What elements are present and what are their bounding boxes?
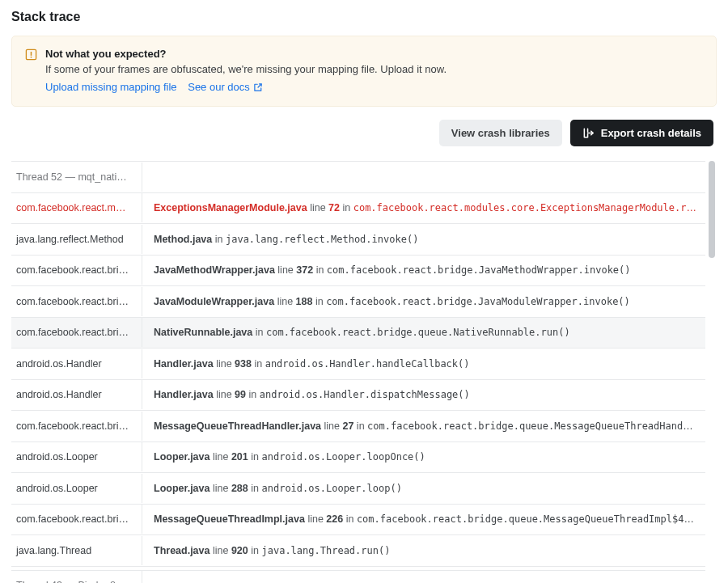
table-row[interactable]: com.facebook.react.bri…JavaModuleWrapper… bbox=[11, 286, 705, 318]
frame-package: Thread 43 — Binder:8… bbox=[11, 571, 142, 583]
svg-rect-2 bbox=[31, 57, 32, 58]
notice-desc: If some of your frames are obfuscated, w… bbox=[45, 63, 703, 75]
table-row[interactable]: Thread 52 — mqt_nati… bbox=[11, 162, 705, 193]
table-row[interactable]: java.lang.ThreadThread.java line 920 in … bbox=[11, 535, 705, 567]
frame-detail: Looper.java line 201 in android.os.Loope… bbox=[142, 442, 705, 471]
see-docs-link[interactable]: See our docs bbox=[188, 81, 263, 93]
frame-detail: JavaMethodWrapper.java line 372 in com.f… bbox=[142, 256, 705, 285]
actions-bar: View crash libraries Export crash detail… bbox=[11, 120, 717, 146]
view-crash-libraries-button[interactable]: View crash libraries bbox=[439, 120, 562, 146]
frame-detail: Method.java in java.lang.reflect.Method.… bbox=[142, 225, 705, 254]
scrollbar-thumb[interactable] bbox=[709, 161, 715, 258]
table-row[interactable]: com.facebook.react.bri…NativeRunnable.ja… bbox=[11, 318, 705, 349]
frame-package: com.facebook.react.bri… bbox=[11, 256, 142, 285]
view-crash-libraries-label: View crash libraries bbox=[451, 127, 550, 139]
external-link-icon bbox=[253, 82, 263, 92]
frame-detail: Handler.java line 938 in android.os.Hand… bbox=[142, 349, 705, 378]
table-row[interactable]: com.facebook.react.bri…JavaMethodWrapper… bbox=[11, 256, 705, 287]
frame-detail bbox=[142, 577, 705, 583]
frame-detail: MessageQueueThreadImpl.java line 226 in … bbox=[142, 505, 705, 534]
notice-banner: Not what you expected? If some of your f… bbox=[11, 36, 717, 107]
svg-rect-1 bbox=[31, 52, 32, 56]
frame-package: java.lang.Thread bbox=[11, 536, 142, 565]
frame-package: android.os.Handler bbox=[11, 349, 142, 378]
export-crash-details-button[interactable]: Export crash details bbox=[570, 120, 713, 146]
frame-detail: NativeRunnable.java in com.facebook.reac… bbox=[142, 318, 705, 347]
frame-package: android.os.Handler bbox=[11, 380, 142, 409]
frame-detail: JavaModuleWrapper.java line 188 in com.f… bbox=[142, 287, 705, 316]
table-row[interactable]: com.facebook.react.m…ExceptionsManagerMo… bbox=[11, 193, 705, 225]
export-crash-details-label: Export crash details bbox=[601, 127, 701, 139]
frame-package: java.lang.reflect.Method bbox=[11, 225, 142, 254]
frame-detail bbox=[142, 168, 705, 186]
frame-detail: ExceptionsManagerModule.java line 72 in … bbox=[142, 193, 705, 222]
table-row[interactable]: com.facebook.react.bri…MessageQueueThrea… bbox=[11, 411, 705, 442]
notice-title: Not what you expected? bbox=[45, 48, 703, 60]
frame-detail: Thread.java line 920 in java.lang.Thread… bbox=[142, 536, 705, 565]
table-row[interactable]: android.os.HandlerHandler.java line 938 … bbox=[11, 349, 705, 380]
frame-package: com.facebook.react.bri… bbox=[11, 287, 142, 316]
table-row[interactable]: java.lang.reflect.MethodMethod.java in j… bbox=[11, 224, 705, 256]
frame-package: com.facebook.react.bri… bbox=[11, 318, 142, 347]
table-row[interactable]: com.facebook.react.bri…MessageQueueThrea… bbox=[11, 505, 705, 536]
table-row[interactable]: android.os.LooperLooper.java line 201 in… bbox=[11, 442, 705, 474]
frame-package: com.facebook.react.m… bbox=[11, 193, 142, 222]
frame-package: android.os.Looper bbox=[11, 442, 142, 471]
stack-trace-table: Thread 52 — mqt_nati…com.facebook.react.… bbox=[11, 161, 705, 583]
page-title: Stack trace bbox=[11, 10, 717, 24]
upload-mapping-link[interactable]: Upload missing mapping file bbox=[45, 81, 177, 93]
frame-detail: MessageQueueThreadHandler.java line 27 i… bbox=[142, 412, 705, 441]
frame-package: com.facebook.react.bri… bbox=[11, 505, 142, 534]
frame-package: Thread 52 — mqt_nati… bbox=[11, 163, 142, 192]
frame-detail: Looper.java line 288 in android.os.Loope… bbox=[142, 474, 705, 503]
frame-package: android.os.Looper bbox=[11, 474, 142, 503]
frame-package: com.facebook.react.bri… bbox=[11, 412, 142, 441]
export-icon bbox=[582, 127, 595, 139]
frame-detail: Handler.java line 99 in android.os.Handl… bbox=[142, 380, 705, 409]
table-row[interactable]: android.os.HandlerHandler.java line 99 i… bbox=[11, 380, 705, 412]
table-row[interactable]: android.os.LooperLooper.java line 288 in… bbox=[11, 473, 705, 505]
table-row[interactable]: Thread 43 — Binder:8… bbox=[11, 570, 705, 584]
warning-icon bbox=[25, 48, 37, 93]
scrollbar[interactable] bbox=[709, 161, 715, 583]
see-docs-label: See our docs bbox=[188, 81, 250, 93]
